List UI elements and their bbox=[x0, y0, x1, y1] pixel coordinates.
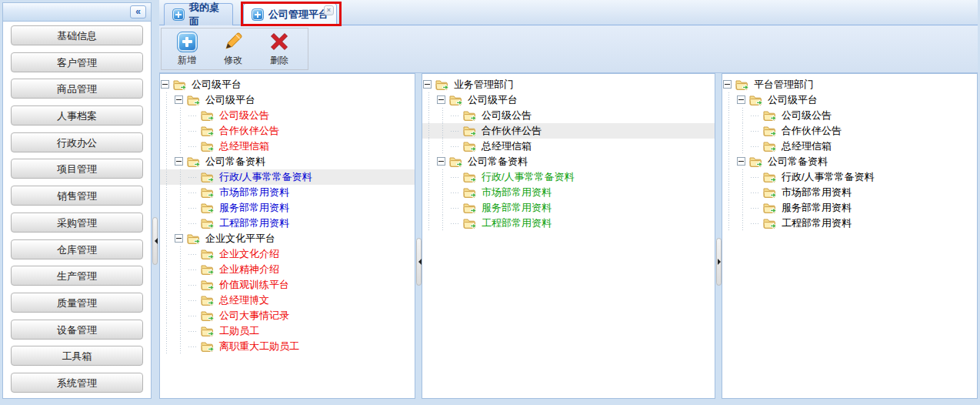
tree-node-label: 行政/人事常常备资料 bbox=[216, 170, 315, 184]
sidebar-item[interactable]: 系统管理 bbox=[11, 373, 143, 393]
tree-elbow-line bbox=[188, 262, 200, 277]
folder-go-icon bbox=[435, 77, 451, 92]
tree-node[interactable]: 行政/人事常常备资料 bbox=[422, 169, 715, 185]
tree-node-label: 市场部常用资料 bbox=[778, 186, 855, 199]
tree-node[interactable]: 价值观训练平台 bbox=[160, 277, 415, 293]
tree-node[interactable]: 市场部常用资料 bbox=[722, 185, 977, 200]
tree-node[interactable]: 行政/人事常常备资料 bbox=[160, 169, 415, 185]
tree-node[interactable]: 总经理信箱 bbox=[722, 139, 977, 154]
tree-node[interactable]: 工程部常用资料 bbox=[722, 216, 977, 231]
tree-node-label: 公司级平台 bbox=[465, 93, 521, 107]
splitter-handle[interactable] bbox=[416, 238, 422, 286]
tree-indent-guide bbox=[736, 139, 750, 154]
tree-elbow-line bbox=[450, 123, 462, 139]
tree-node[interactable]: 工程部常用资料 bbox=[160, 216, 415, 231]
tree-node[interactable]: 总经理信箱 bbox=[160, 139, 415, 154]
tree-expander-minus-icon[interactable] bbox=[436, 154, 448, 169]
tree-node[interactable]: 公司大事情记录 bbox=[160, 308, 415, 323]
sidebar-item[interactable]: 工具箱 bbox=[11, 346, 143, 366]
tree-node[interactable]: 服务部常用资料 bbox=[722, 200, 977, 216]
tree-node[interactable]: 行政/人事常常备资料 bbox=[722, 169, 977, 185]
tree-node[interactable]: 合作伙伴公告 bbox=[722, 123, 977, 139]
tree-node[interactable]: 市场部常用资料 bbox=[160, 185, 415, 200]
tree-expander-minus-icon[interactable] bbox=[736, 92, 748, 108]
tree-node[interactable]: 总经理信箱 bbox=[422, 139, 715, 154]
tab-company-platform[interactable]: 公司管理平台 × bbox=[243, 3, 337, 25]
tree-node-label: 平台管理部门 bbox=[751, 78, 817, 92]
tab-close-icon[interactable]: × bbox=[324, 5, 334, 15]
tree-node[interactable]: 平台管理部门 bbox=[722, 77, 977, 92]
tree-node[interactable]: 企业精神介绍 bbox=[160, 262, 415, 277]
tree-node[interactable]: 公司级平台 bbox=[160, 77, 415, 92]
tree-node-label: 工勋员工 bbox=[216, 324, 262, 338]
tree-expander-minus-icon[interactable] bbox=[174, 92, 186, 108]
sidebar-item[interactable]: 销售管理 bbox=[11, 186, 143, 206]
delete-button[interactable]: 删除 bbox=[256, 30, 302, 68]
splitter-handle[interactable] bbox=[152, 217, 158, 265]
tree-node[interactable]: 公司常备资料 bbox=[722, 154, 977, 169]
tree-node[interactable]: 公司级平台 bbox=[422, 92, 715, 108]
sidebar-item[interactable]: 行政办公 bbox=[11, 132, 143, 152]
tree-node[interactable]: 服务部常用资料 bbox=[160, 200, 415, 216]
sidebar-item[interactable]: 生产管理 bbox=[11, 266, 143, 286]
sidebar-item[interactable]: 采购管理 bbox=[11, 213, 143, 233]
tree-node[interactable]: 业务管理部门 bbox=[422, 77, 715, 92]
tree-node[interactable]: 工勋员工 bbox=[160, 323, 415, 339]
sidebar: « 基础信息客户管理商品管理人事档案行政办公项目管理销售管理采购管理仓库管理生产… bbox=[2, 2, 152, 399]
tree-node[interactable]: 公司级平台 bbox=[160, 92, 415, 108]
sidebar-item[interactable]: 基础信息 bbox=[11, 25, 143, 45]
edit-button[interactable]: 修改 bbox=[210, 30, 256, 68]
tree-elbow-line bbox=[188, 169, 200, 185]
tree-node[interactable]: 工程部常用资料 bbox=[422, 216, 715, 231]
sidebar-item[interactable]: 项目管理 bbox=[11, 159, 143, 179]
sidebar-splitter[interactable] bbox=[152, 2, 159, 399]
tree-node-label: 服务部常用资料 bbox=[478, 201, 555, 215]
tree-elbow-line bbox=[188, 277, 200, 293]
tab-my-desktop[interactable]: 我的桌面 bbox=[164, 3, 233, 25]
tree-node[interactable]: 企业文化平平台 bbox=[160, 231, 415, 246]
tree-indent-guide bbox=[436, 185, 450, 200]
tree-node[interactable]: 公司常备资料 bbox=[422, 154, 715, 169]
tree-expander-minus-icon[interactable] bbox=[160, 77, 172, 92]
tree-node[interactable]: 服务部常用资料 bbox=[422, 200, 715, 216]
add-button[interactable]: 新增 bbox=[164, 30, 210, 68]
tree-node[interactable]: 公司级平台 bbox=[722, 92, 977, 108]
tree-indent-guide bbox=[436, 216, 450, 231]
tree-node[interactable]: 合作伙伴公告 bbox=[422, 123, 715, 139]
tree-expander-minus-icon[interactable] bbox=[422, 77, 435, 92]
tree-node[interactable]: 企业文化介绍 bbox=[160, 246, 415, 262]
tree-node-label: 业务管理部门 bbox=[451, 78, 517, 92]
splitter-handle[interactable] bbox=[716, 238, 722, 286]
tree-indent-guide bbox=[422, 123, 436, 139]
tree-expander-minus-icon[interactable] bbox=[436, 92, 448, 108]
sidebar-item[interactable]: 商品管理 bbox=[11, 79, 143, 99]
sidebar-item[interactable]: 客户管理 bbox=[11, 52, 143, 72]
sidebar-collapse-icon[interactable]: « bbox=[130, 5, 146, 18]
sidebar-item[interactable]: 人事档案 bbox=[11, 105, 143, 126]
folder-go-icon bbox=[200, 185, 216, 200]
tree-node[interactable]: 合作伙伴公告 bbox=[160, 123, 415, 139]
sidebar-item[interactable]: 设备管理 bbox=[11, 320, 143, 340]
sidebar-item[interactable]: 仓库管理 bbox=[11, 239, 143, 259]
tree-node-label: 企业文化平平台 bbox=[202, 232, 278, 246]
tree-expander-minus-icon[interactable] bbox=[722, 77, 735, 92]
tree-node[interactable]: 总经理博文 bbox=[160, 293, 415, 308]
tree-indent-guide bbox=[174, 308, 188, 323]
tree-indent-guide bbox=[722, 169, 736, 185]
tree-node[interactable]: 市场部常用资料 bbox=[422, 185, 715, 200]
tree-indent-guide bbox=[422, 200, 436, 216]
sidebar-item[interactable]: 质量管理 bbox=[11, 293, 143, 313]
tree-indent-guide bbox=[436, 200, 450, 216]
tree-node[interactable]: 离职重大工勋员工 bbox=[160, 339, 415, 354]
tree-expander-minus-icon[interactable] bbox=[174, 231, 186, 246]
tree-node-label: 工程部常用资料 bbox=[478, 216, 555, 230]
tree-node[interactable]: 公司级公告 bbox=[422, 108, 715, 123]
folder-go-icon bbox=[200, 200, 216, 216]
tab-label: 公司管理平台 bbox=[268, 8, 328, 22]
tree-node[interactable]: 公司常备资料 bbox=[160, 154, 415, 169]
tree-expander-minus-icon[interactable] bbox=[174, 154, 186, 169]
tree-expander-minus-icon[interactable] bbox=[736, 154, 748, 169]
tree-node[interactable]: 公司级公告 bbox=[722, 108, 977, 123]
panel-company-platform: 公司级平台公司级平台公司级公告合作伙伴公告总经理信箱公司常备资料行政/人事常常备… bbox=[159, 73, 415, 399]
tree-node[interactable]: 公司级公告 bbox=[160, 108, 415, 123]
